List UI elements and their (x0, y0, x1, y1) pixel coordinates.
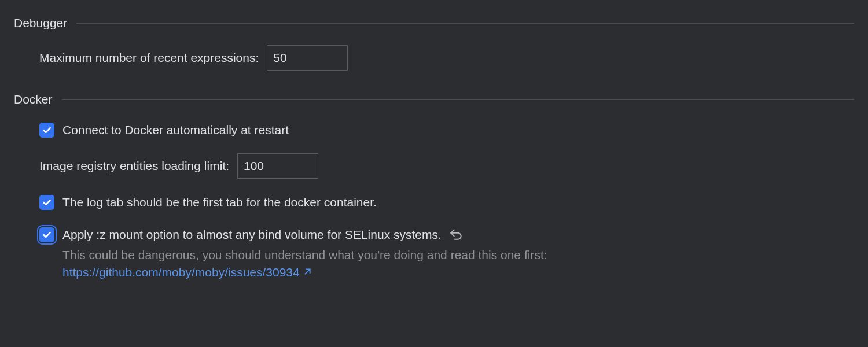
z-mount-row: Apply :z mount option to almost any bind… (39, 226, 829, 280)
auto-connect-row: Connect to Docker automatically at resta… (39, 121, 829, 138)
z-mount-label-row: Apply :z mount option to almost any bind… (62, 226, 547, 243)
docker-section-body: Connect to Docker automatically at resta… (14, 115, 854, 286)
divider (76, 23, 854, 24)
debugger-section-header: Debugger (14, 0, 854, 38)
log-tab-first-checkbox[interactable] (39, 195, 54, 210)
debugger-section: Debugger Maximum number of recent expres… (0, 0, 868, 76)
z-mount-checkbox[interactable] (39, 227, 54, 242)
z-mount-help-link-text: https://github.com/moby/moby/issues/3093… (62, 264, 300, 280)
max-expressions-label: Maximum number of recent expressions: (39, 51, 259, 65)
reset-icon[interactable] (448, 227, 464, 242)
z-mount-help-link[interactable]: https://github.com/moby/moby/issues/3093… (62, 264, 311, 280)
check-icon (42, 197, 52, 208)
debugger-section-title: Debugger (14, 16, 67, 30)
z-mount-help: This could be dangerous, you should unde… (62, 246, 547, 280)
registry-limit-input[interactable] (237, 153, 318, 179)
auto-connect-label[interactable]: Connect to Docker automatically at resta… (62, 121, 289, 138)
docker-section-title: Docker (14, 93, 53, 106)
z-mount-content: Apply :z mount option to almost any bind… (62, 226, 547, 280)
external-link-icon (303, 268, 311, 276)
log-tab-first-row: The log tab should be the first tab for … (39, 194, 829, 211)
docker-section: Docker Connect to Docker automatically a… (0, 76, 868, 286)
registry-limit-row: Image registry entities loading limit: (39, 153, 829, 179)
debugger-section-body: Maximum number of recent expressions: (14, 38, 854, 76)
divider (62, 99, 854, 100)
max-expressions-row: Maximum number of recent expressions: (39, 45, 829, 71)
z-mount-help-text: This could be dangerous, you should unde… (62, 248, 547, 261)
max-expressions-input[interactable] (267, 45, 348, 71)
z-mount-label[interactable]: Apply :z mount option to almost any bind… (62, 226, 442, 243)
auto-connect-checkbox[interactable] (39, 123, 54, 138)
registry-limit-label: Image registry entities loading limit: (39, 159, 229, 173)
log-tab-first-label[interactable]: The log tab should be the first tab for … (62, 194, 377, 211)
docker-section-header: Docker (14, 76, 854, 115)
check-icon (42, 125, 52, 135)
check-icon (42, 230, 52, 240)
